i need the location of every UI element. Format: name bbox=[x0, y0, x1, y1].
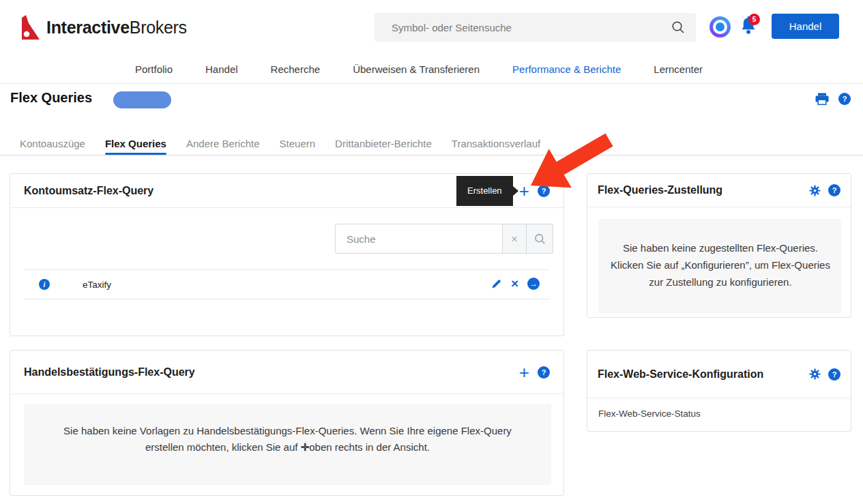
tab-kontoauszuege[interactable]: Kontoauszüge bbox=[20, 133, 85, 155]
divider bbox=[24, 299, 550, 299]
trade-card-help-icon[interactable]: ? bbox=[538, 366, 550, 379]
nav-handel[interactable]: Handel bbox=[205, 63, 238, 75]
report-tabs: Kontoauszüge Flex Queries Andere Bericht… bbox=[0, 133, 863, 155]
webservice-card-title: Flex-Web-Service-Konfiguration bbox=[598, 368, 809, 381]
brand-name: InteractiveBrokers bbox=[46, 18, 187, 38]
webservice-status-label: Flex-Web-Service-Status bbox=[598, 409, 701, 419]
create-tooltip: Erstellen bbox=[456, 176, 513, 206]
webservice-card-actions: ? bbox=[809, 368, 840, 381]
nav-ueberweisen-transferieren[interactable]: Überweisen & Transferieren bbox=[353, 63, 480, 75]
webservice-card-help-icon[interactable]: ? bbox=[828, 368, 840, 381]
page-title: Flex Queries bbox=[10, 90, 92, 106]
delivery-empty-text: Sie haben keine zugestellten Flex-Querie… bbox=[606, 239, 834, 291]
title-actions: ? bbox=[815, 93, 851, 105]
create-query-plus-icon[interactable]: + bbox=[519, 184, 529, 198]
trade-button[interactable]: Handel bbox=[772, 14, 839, 39]
nav-portfolio[interactable]: Portfolio bbox=[135, 63, 173, 75]
webservice-status-row[interactable]: Flex-Web-Service-Status bbox=[587, 398, 851, 429]
global-search-bar[interactable] bbox=[375, 13, 696, 42]
print-icon[interactable] bbox=[815, 93, 829, 105]
search-icon[interactable] bbox=[671, 20, 685, 34]
query-row-etaxify: i eTaxify × → bbox=[10, 270, 564, 299]
activity-card-actions: Erstellen + ? bbox=[519, 184, 550, 198]
query-name: eTaxify bbox=[83, 280, 111, 290]
main-nav: Portfolio Handel Recherche Überweisen & … bbox=[0, 55, 863, 84]
activity-card-header: Kontoumsatz-Flex-Query Erstellen + ? bbox=[10, 174, 564, 208]
tab-flex-queries[interactable]: Flex Queries bbox=[105, 133, 166, 155]
delivery-card-title: Flex-Queries-Zustellung bbox=[598, 183, 809, 197]
notifications-button[interactable]: 5 bbox=[740, 16, 761, 40]
webservice-card-header: Flex-Web-Service-Konfiguration bbox=[587, 351, 851, 398]
edit-pencil-icon[interactable] bbox=[491, 278, 502, 289]
clear-icon: × bbox=[511, 233, 518, 245]
delete-icon[interactable]: × bbox=[511, 278, 518, 289]
activity-card-title: Kontoumsatz-Flex-Query bbox=[24, 184, 519, 198]
create-query-wrap: Erstellen + bbox=[519, 184, 529, 198]
nav-performance-berichte[interactable]: Performance & Berichte bbox=[512, 63, 621, 75]
query-search-submit-button[interactable] bbox=[527, 224, 553, 254]
tab-steuern[interactable]: Steuern bbox=[280, 133, 316, 155]
delivery-card-empty-message: Sie haben keine zugestellten Flex-Querie… bbox=[598, 219, 841, 313]
empty-text-after: oben rechts in der Ansicht. bbox=[309, 441, 430, 453]
activity-card-help-icon[interactable]: ? bbox=[538, 185, 550, 197]
gear-icon[interactable] bbox=[809, 185, 821, 196]
create-trade-query-plus-icon[interactable]: + bbox=[519, 366, 529, 379]
run-query-icon[interactable]: → bbox=[527, 278, 540, 290]
trade-card-title: Handelsbestätigungs-Flex-Query bbox=[24, 366, 519, 379]
flex-queries-page: InteractiveBrokers 5 Handel Portfolio Ha… bbox=[0, 0, 863, 504]
delivery-card-actions: ? bbox=[809, 184, 840, 196]
delivery-card-help-icon[interactable]: ? bbox=[828, 184, 840, 196]
flex-queries-delivery-card: Flex-Queries-Zustellung bbox=[587, 173, 851, 318]
tab-transaktionsverlauf[interactable]: Transaktionsverlauf bbox=[452, 133, 540, 155]
page-help-icon[interactable]: ? bbox=[838, 93, 851, 105]
search-icon bbox=[534, 233, 546, 245]
inline-plus-glyph: ✛ bbox=[301, 441, 310, 453]
notification-badge: 5 bbox=[748, 14, 760, 25]
trade-confirmation-flex-query-card: Handelsbestätigungs-Flex-Query + ? Sie h… bbox=[10, 350, 564, 496]
brand-light: Brokers bbox=[130, 18, 187, 37]
account-badge bbox=[113, 91, 171, 108]
gear-icon[interactable] bbox=[809, 368, 821, 380]
query-search-clear-button[interactable]: × bbox=[503, 224, 527, 254]
delivery-card-header: Flex-Queries-Zustellung bbox=[587, 174, 851, 207]
tab-andere-berichte[interactable]: Andere Berichte bbox=[186, 133, 260, 155]
assistant-avatar-icon[interactable] bbox=[710, 16, 731, 38]
query-search-group: × bbox=[335, 224, 553, 254]
activity-flex-query-card: Kontoumsatz-Flex-Query Erstellen + ? × bbox=[10, 173, 564, 336]
interactive-brokers-logo[interactable]: InteractiveBrokers bbox=[19, 14, 187, 40]
nav-lerncenter[interactable]: Lerncenter bbox=[654, 63, 703, 75]
flex-web-service-card: Flex-Web-Service-Konfiguration bbox=[587, 350, 851, 432]
trade-card-header: Handelsbestätigungs-Flex-Query + ? bbox=[10, 351, 564, 394]
empty-text-before: Sie haben keine Vorlagen zu Handelsbestä… bbox=[63, 425, 512, 453]
trade-card-empty-message: Sie haben keine Vorlagen zu Handelsbestä… bbox=[24, 404, 551, 485]
query-search-input[interactable] bbox=[335, 224, 503, 254]
tab-drittanbieter-berichte[interactable]: Drittanbieter-Berichte bbox=[335, 133, 432, 155]
brand-bold: Interactive bbox=[46, 18, 130, 37]
ib-logo-mark bbox=[19, 14, 41, 40]
nav-recherche[interactable]: Recherche bbox=[271, 63, 321, 75]
info-icon[interactable]: i bbox=[39, 279, 50, 290]
global-search-input[interactable] bbox=[375, 22, 671, 33]
trade-card-actions: + ? bbox=[519, 366, 550, 379]
query-row-actions: × → bbox=[491, 278, 540, 290]
